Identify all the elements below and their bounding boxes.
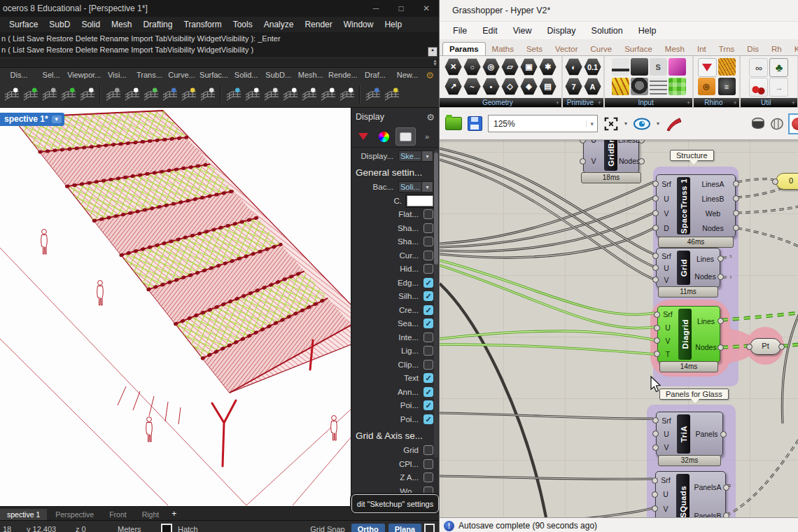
color-wheel-icon[interactable] xyxy=(374,128,394,145)
settings-checkbox[interactable]: ✓ xyxy=(424,414,433,424)
brep-param-icon[interactable]: ▤ xyxy=(539,78,556,95)
viewport-tab[interactable]: Perspective xyxy=(48,509,101,520)
node-input-t[interactable]: t xyxy=(656,516,676,517)
graph-mapper-icon[interactable] xyxy=(612,78,629,95)
rhino-menu-drafting[interactable]: Drafting xyxy=(138,18,177,31)
settings-checkbox[interactable]: ✓ xyxy=(424,291,433,301)
toolbar-tab[interactable]: Visi... xyxy=(101,71,133,79)
gh-tab-dis[interactable]: Dis xyxy=(741,43,765,55)
hatch-label[interactable]: Hatch xyxy=(175,525,201,532)
rhino-menu-render[interactable]: Render xyxy=(300,18,337,31)
settings-checkbox[interactable] xyxy=(424,360,433,370)
box-param-icon[interactable]: ▣ xyxy=(520,58,538,76)
toolbar-tab[interactable]: New... xyxy=(391,71,424,79)
pt-capsule[interactable]: Pt xyxy=(750,338,781,355)
node-input-srf[interactable]: Srf xyxy=(658,308,678,321)
spiral-cache-icon[interactable]: ◎ xyxy=(698,78,715,95)
circle-param-icon[interactable]: ✕ xyxy=(444,58,462,76)
gh-menu-display[interactable]: Display xyxy=(540,24,584,37)
save-file-icon[interactable] xyxy=(468,116,482,131)
color-swatch[interactable] xyxy=(407,195,433,206)
gh-node-grid[interactable]: SrfUVGridLinesNodes xyxy=(656,248,720,288)
number-slider-icon[interactable] xyxy=(612,58,629,76)
gradient-icon[interactable] xyxy=(668,58,686,76)
node-output-nodes[interactable]: Nodes xyxy=(691,220,735,235)
node-input-srf[interactable]: Srf xyxy=(657,414,676,427)
minimize-button[interactable]: ─ xyxy=(363,4,388,13)
save-viewport-icon[interactable] xyxy=(161,86,178,104)
sketch-pen-icon[interactable] xyxy=(665,116,683,132)
swap-right-icon[interactable] xyxy=(338,86,356,104)
panel-gear-icon[interactable]: ⚙ xyxy=(426,112,435,122)
dropdown-chevron-icon[interactable]: ▾ xyxy=(422,181,433,192)
open-file-icon[interactable] xyxy=(180,86,197,104)
node-input-srf[interactable]: Srf xyxy=(656,473,676,487)
remote-glasses-icon[interactable]: ∞ xyxy=(749,58,768,77)
node-input-u[interactable]: U xyxy=(657,427,676,440)
project-osnap-icon[interactable] xyxy=(59,86,77,104)
rhino-menu-help[interactable]: Help xyxy=(379,18,407,31)
gh-tab-mesh[interactable]: Mesh xyxy=(659,43,691,55)
palette-expand-icon[interactable]: + xyxy=(734,99,739,106)
more-tabs-chevron-icon[interactable]: » xyxy=(417,128,437,145)
rhino-menu-surface[interactable]: Surface xyxy=(4,18,43,31)
preview-off-icon[interactable] xyxy=(788,113,798,134)
gh-menu-help[interactable]: Help xyxy=(631,24,664,37)
scroll-arrows-icon[interactable]: ▲▼ xyxy=(433,59,438,66)
drag-mode-icon[interactable] xyxy=(22,86,39,104)
panel-icon[interactable] xyxy=(631,58,648,76)
structure-group-label[interactable]: Structure xyxy=(670,150,714,161)
surface-param-icon[interactable]: ▱ xyxy=(501,58,519,76)
node-input-v[interactable]: V xyxy=(658,335,678,348)
relay-icon[interactable]: → xyxy=(769,78,788,97)
settings-checkbox[interactable]: ✓ xyxy=(424,318,433,328)
settings-checkbox[interactable] xyxy=(424,459,433,469)
ortho-toggle[interactable]: Ortho xyxy=(351,524,385,532)
swap-left-icon[interactable] xyxy=(319,86,337,104)
settings-checkbox[interactable]: ✓ xyxy=(424,400,433,410)
undo-view-icon[interactable] xyxy=(104,86,122,104)
gh-menu-edit[interactable]: Edit xyxy=(475,24,505,37)
value-list-icon[interactable] xyxy=(650,78,667,95)
rhino-menu-tools[interactable]: Tools xyxy=(228,18,258,31)
text-param-icon[interactable]: A xyxy=(584,78,601,95)
rhino-menu-solid[interactable]: Solid xyxy=(76,18,105,31)
settings-checkbox[interactable] xyxy=(424,332,433,342)
gh-menu-solution[interactable]: Solution xyxy=(584,24,631,37)
pointer-icon[interactable] xyxy=(123,86,141,104)
dropdown-chevron-icon[interactable]: ▾ xyxy=(422,150,433,162)
gh-menu-file[interactable]: File xyxy=(445,24,475,37)
node-input-d[interactable]: D xyxy=(657,220,676,235)
toolbar-tab[interactable]: Rende... xyxy=(327,71,359,79)
palette-expand-icon[interactable]: + xyxy=(687,99,692,106)
node-input-v[interactable]: V xyxy=(657,206,676,220)
rhino-menu-subd[interactable]: SubD xyxy=(44,18,75,31)
colour-swatch-icon[interactable] xyxy=(668,78,686,95)
toolbar-tab[interactable]: Mesh... xyxy=(295,71,327,79)
display-tab-icon[interactable] xyxy=(354,128,373,145)
preview-wire-icon[interactable] xyxy=(769,116,785,132)
toolbar-tab[interactable]: Dis... xyxy=(3,71,35,79)
node-input-t[interactable]: T xyxy=(658,347,678,360)
honeycomb-icon[interactable] xyxy=(718,58,736,76)
node-output-panelsa[interactable]: PanelsA xyxy=(690,473,725,502)
layer-state-icon[interactable] xyxy=(383,86,400,104)
gh-node-spacetruss-1[interactable]: SrfUVDSpaceTruss 1LinesALinesBWebNodes xyxy=(656,174,736,237)
panel-scrollbar[interactable] xyxy=(434,150,438,458)
status-checkbox[interactable] xyxy=(424,524,435,532)
node-output-panelsb[interactable]: PanelsB xyxy=(690,502,725,518)
export-view-icon[interactable] xyxy=(199,86,216,104)
settings-checkbox[interactable]: ✓ xyxy=(424,387,433,397)
planar-toggle[interactable]: Plana xyxy=(388,524,421,532)
toolbar-gear-icon[interactable]: ⚙ xyxy=(424,70,436,80)
toolbar-tab[interactable]: Trans... xyxy=(133,71,165,79)
gh-tab-curve[interactable]: Curve xyxy=(584,43,619,55)
preview-shaded-icon[interactable] xyxy=(750,116,766,132)
move-uvn-icon[interactable] xyxy=(3,86,20,104)
settings-checkbox[interactable] xyxy=(424,223,433,233)
settings-checkbox[interactable]: ✓ xyxy=(424,373,433,383)
gh-canvas[interactable]: UVGridBraLinesBNodesSrfUVDSpaceTruss 1Li… xyxy=(440,140,798,517)
node-output-web[interactable]: Web xyxy=(691,206,735,220)
spiral-param-icon[interactable]: ◎ xyxy=(482,58,500,76)
mesh-param-icon[interactable]: ◆ xyxy=(520,78,538,95)
